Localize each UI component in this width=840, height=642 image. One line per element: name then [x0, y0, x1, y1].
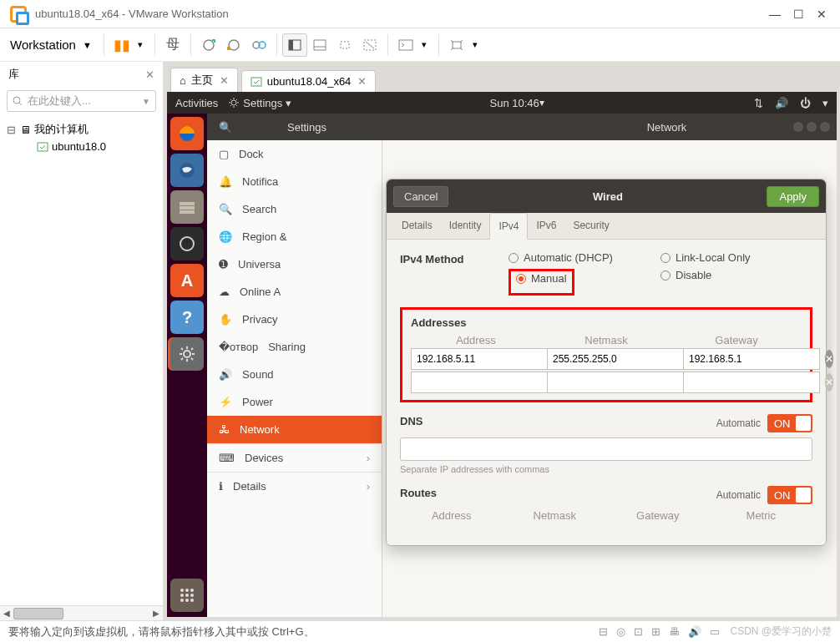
close-button[interactable]: ✕: [810, 8, 833, 21]
tree-root[interactable]: ⊟ 🖥 我的计算机: [3, 120, 159, 139]
dns-hint: Separate IP addresses with commas: [400, 464, 812, 474]
fullscreen-button[interactable]: [332, 33, 357, 57]
dns-input[interactable]: [400, 437, 812, 461]
sidebar-item-sharing[interactable]: �отворSharing: [207, 333, 382, 361]
sidebar-item-power[interactable]: ⚡Power: [207, 388, 382, 416]
help-icon[interactable]: ?: [170, 301, 204, 334]
col-netmask: Netmask: [503, 509, 607, 522]
firefox-icon[interactable]: [170, 117, 204, 150]
maximize-button[interactable]: ☐: [787, 8, 810, 21]
h-scrollbar[interactable]: ◀▶: [0, 605, 163, 620]
amazon-icon[interactable]: A: [170, 264, 204, 297]
tab-home[interactable]: ⌂ 主页 ✕: [170, 68, 238, 92]
svg-point-39: [180, 599, 184, 602]
sidebar-item-notifications[interactable]: 🔔Notifica: [207, 168, 382, 195]
devices-icon: ⌨: [219, 452, 235, 464]
tab-details[interactable]: Details: [393, 213, 441, 239]
software-icon[interactable]: [170, 227, 204, 260]
bell-icon: 🔔: [219, 175, 232, 188]
pause-button[interactable]: ▮▮: [109, 33, 134, 57]
files-icon[interactable]: [170, 190, 204, 224]
dialog-headerbar: Cancel Wired Apply: [387, 179, 826, 213]
show-apps-icon[interactable]: [170, 579, 204, 612]
sidebar-item-sound[interactable]: 🔊Sound: [207, 361, 382, 388]
tab-ipv4[interactable]: IPv4: [489, 213, 528, 240]
tab-vm[interactable]: ubuntu18.04_x64 ✕: [241, 70, 376, 92]
sidebar-item-region[interactable]: 🌐Region &: [207, 223, 382, 250]
view-thumb-button[interactable]: [307, 33, 332, 57]
radio-linklocal[interactable]: Link-Local Only: [660, 251, 812, 264]
network-tray-icon[interactable]: ⇅: [754, 97, 763, 109]
radio-manual[interactable]: Manual: [516, 272, 567, 285]
settings-launcher-icon[interactable]: [170, 337, 204, 371]
netmask-input[interactable]: [548, 372, 684, 393]
thunderbird-icon[interactable]: [170, 154, 204, 187]
sidebar-item-online[interactable]: ☁Online A: [207, 278, 382, 306]
tree-vm-item[interactable]: ubuntu18.0: [3, 139, 159, 154]
dropdown-icon[interactable]: ▼: [142, 97, 150, 106]
tab-security[interactable]: Security: [564, 213, 617, 239]
console-button[interactable]: [393, 33, 418, 57]
search-button[interactable]: 🔍: [214, 121, 237, 134]
snap-revert-icon[interactable]: [221, 33, 246, 57]
stretch-button[interactable]: [444, 33, 469, 57]
sidebar-item-details[interactable]: ℹDetails›: [207, 472, 382, 500]
power-tray-icon[interactable]: ⏻: [800, 97, 811, 109]
snapshot-button[interactable]: 母: [160, 33, 185, 57]
svg-rect-8: [341, 42, 349, 48]
workstation-menu[interactable]: Workstation: [7, 38, 79, 52]
svg-line-31: [181, 358, 183, 360]
apply-button[interactable]: Apply: [767, 186, 819, 207]
col-gateway: Gateway: [671, 334, 802, 346]
dropdown-icon[interactable]: ▾: [422, 39, 427, 50]
close-tab-icon[interactable]: ✕: [220, 74, 229, 87]
disk-icon: ⊟: [599, 625, 608, 638]
unity-button[interactable]: [357, 33, 382, 57]
window-max-icon[interactable]: [807, 122, 817, 132]
view-single-button[interactable]: [282, 33, 307, 57]
tab-identity[interactable]: Identity: [441, 213, 490, 239]
svg-rect-22: [180, 210, 195, 214]
snap-take-icon[interactable]: [196, 33, 221, 57]
window-min-icon[interactable]: [793, 122, 803, 132]
routes-auto-toggle[interactable]: ON: [767, 486, 812, 504]
snap-manage-icon[interactable]: [246, 33, 271, 57]
vm-display[interactable]: Activities Settings ▾ Sun 10:46 ▾ ⇅ 🔊 ⏻ …: [167, 92, 837, 617]
minimize-button[interactable]: —: [763, 8, 787, 21]
sidebar-item-privacy[interactable]: ✋Privacy: [207, 306, 382, 333]
sidebar-item-universal[interactable]: ➊Universa: [207, 250, 382, 278]
close-tab-icon[interactable]: ✕: [357, 75, 367, 88]
delete-row-button[interactable]: ✕: [825, 373, 833, 392]
window-close-icon[interactable]: [820, 122, 830, 132]
dropdown-icon[interactable]: ▼: [83, 40, 92, 50]
sidebar-item-dock[interactable]: ▢Dock: [207, 140, 382, 168]
address-input[interactable]: [411, 348, 548, 370]
app-menu[interactable]: Settings ▾: [228, 97, 291, 109]
dropdown-icon[interactable]: ▾: [473, 39, 478, 50]
tray-arrow-icon[interactable]: ▾: [822, 97, 828, 109]
library-title: 库: [8, 67, 19, 82]
gateway-input[interactable]: [684, 372, 820, 393]
tab-ipv6[interactable]: IPv6: [528, 213, 564, 239]
netmask-input[interactable]: [548, 348, 684, 370]
delete-row-button[interactable]: ✕: [825, 350, 833, 368]
dropdown-icon[interactable]: ▾: [138, 39, 143, 50]
cancel-button[interactable]: Cancel: [393, 186, 448, 207]
cd-icon: ◎: [616, 625, 625, 638]
gateway-input[interactable]: [684, 348, 820, 370]
radio-disable[interactable]: Disable: [660, 269, 812, 281]
sidebar-item-search[interactable]: 🔍Search: [207, 195, 382, 223]
search-icon: [13, 96, 23, 106]
clock[interactable]: Sun 10:46: [490, 97, 539, 109]
volume-tray-icon[interactable]: 🔊: [775, 97, 788, 109]
address-row-empty: ✕: [411, 372, 802, 393]
library-search[interactable]: 在此处键入... ▼: [7, 90, 156, 112]
sidebar-item-devices[interactable]: ⌨Devices›: [207, 443, 382, 472]
dns-auto-toggle[interactable]: ON: [767, 414, 812, 432]
activities-button[interactable]: Activities: [175, 97, 218, 109]
sidebar-item-network[interactable]: 🖧Network: [207, 416, 382, 443]
address-row: ✕: [411, 348, 802, 370]
close-panel-button[interactable]: ✕: [145, 68, 154, 81]
address-input[interactable]: [411, 372, 548, 393]
radio-automatic[interactable]: Automatic (DHCP): [509, 251, 660, 264]
